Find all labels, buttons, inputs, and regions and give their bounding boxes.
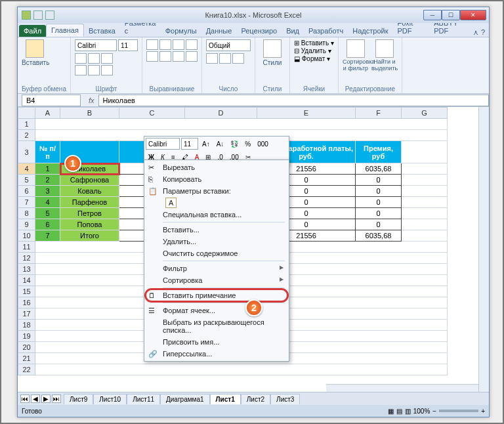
ctx-cut[interactable]: ✂Вырезать xyxy=(146,161,287,173)
ctx-paste-default[interactable]: A xyxy=(146,197,287,209)
close-button[interactable]: ✕ xyxy=(460,10,486,20)
comma-button[interactable] xyxy=(232,53,244,64)
ctx-hyperlink[interactable]: 🔗Гиперссылка... xyxy=(146,348,287,360)
save-icon[interactable] xyxy=(33,11,43,20)
tab-nav-first-icon[interactable]: ⏮ xyxy=(20,394,30,403)
mini-font-select[interactable]: Calibri xyxy=(146,138,180,150)
row-header[interactable]: 16 xyxy=(18,297,35,308)
align-top-button[interactable] xyxy=(146,39,158,50)
paste-button[interactable]: Вставить xyxy=(22,39,48,66)
align-right-button[interactable] xyxy=(173,51,184,62)
wrap-text-button[interactable] xyxy=(186,39,198,50)
ctx-format-cells[interactable]: ☰Формат ячеек... xyxy=(146,305,287,316)
cell[interactable]: 5 xyxy=(35,208,60,219)
mini-currency-icon[interactable]: 💱 xyxy=(228,138,241,150)
cell[interactable]: Итого xyxy=(60,230,119,242)
row-header[interactable]: 1 xyxy=(18,119,35,130)
row-header[interactable]: 12 xyxy=(18,253,35,264)
align-center-button[interactable] xyxy=(159,51,171,62)
undo-icon[interactable] xyxy=(45,11,54,20)
sheet-tab[interactable]: Лист3 xyxy=(270,394,300,404)
help-icon[interactable]: ? xyxy=(481,28,485,37)
tab-nav-prev-icon[interactable]: ◀ xyxy=(31,394,40,403)
bold-button[interactable] xyxy=(75,53,87,64)
name-box[interactable]: B4 xyxy=(22,95,81,106)
row-header[interactable]: 8 xyxy=(18,208,35,219)
col-header-C[interactable]: C xyxy=(119,108,185,119)
sheet-tab[interactable]: Лист9 xyxy=(64,394,93,404)
ctx-filter[interactable]: Фильтр xyxy=(146,263,287,274)
zoom-slider[interactable] xyxy=(439,410,478,412)
ctx-insert[interactable]: Вставить... xyxy=(146,224,287,236)
tab-home[interactable]: Главная xyxy=(46,24,84,37)
mini-shrink-font-icon[interactable]: A↓ xyxy=(214,138,227,150)
col-header-F[interactable]: F xyxy=(356,108,402,119)
cell[interactable]: 0 xyxy=(356,208,402,219)
tab-file[interactable]: Файл xyxy=(19,25,46,37)
cell[interactable]: 7 xyxy=(35,230,60,242)
cell[interactable]: Попова xyxy=(60,219,119,230)
row-header[interactable]: 4 xyxy=(18,163,35,175)
tab-view[interactable]: Вид xyxy=(282,25,304,37)
cell[interactable]: 0 xyxy=(356,219,402,230)
ctx-delete[interactable]: Удалить... xyxy=(146,236,287,247)
zoom-level[interactable]: 100% xyxy=(413,408,430,415)
border-button[interactable] xyxy=(75,65,87,75)
row-header[interactable]: 3 xyxy=(18,141,35,163)
ctx-sort[interactable]: Сортировка xyxy=(146,274,287,286)
cell[interactable]: Сафронова xyxy=(60,175,119,186)
row-header[interactable]: 7 xyxy=(18,197,35,208)
cells-delete-button[interactable]: ⊟ Удалить ▾ xyxy=(294,47,331,54)
row-header[interactable]: 18 xyxy=(18,320,35,331)
maximize-button[interactable]: ☐ xyxy=(442,10,460,20)
align-bottom-button[interactable] xyxy=(173,39,184,50)
col-header-A[interactable]: A xyxy=(35,108,60,119)
fx-icon[interactable]: fx xyxy=(85,96,98,104)
number-format-select[interactable]: Общий xyxy=(206,39,251,51)
cell[interactable]: Петров xyxy=(60,208,119,219)
ctx-paste-special[interactable]: Специальная вставка... xyxy=(146,209,287,221)
cell[interactable]: 6035,68 xyxy=(356,230,402,242)
row-header[interactable]: 5 xyxy=(18,175,35,186)
formula-input[interactable]: Николаев xyxy=(98,95,489,106)
row-header[interactable]: 20 xyxy=(18,342,35,353)
styles-button[interactable]: Стили xyxy=(259,39,285,66)
cell[interactable]: 0 xyxy=(356,197,402,208)
cells-insert-button[interactable]: ⊞ Вставить ▾ xyxy=(294,39,334,47)
row-header[interactable]: 17 xyxy=(18,308,35,320)
sheet-tab[interactable]: Лист11 xyxy=(127,394,160,404)
row-header[interactable]: 10 xyxy=(18,230,35,242)
merge-button[interactable] xyxy=(186,51,198,62)
currency-button[interactable] xyxy=(206,53,218,64)
tab-nav-next-icon[interactable]: ▶ xyxy=(41,394,51,403)
tab-formulas[interactable]: Формулы xyxy=(161,25,201,37)
row-header[interactable]: 6 xyxy=(18,186,35,197)
view-normal-icon[interactable]: ▦ xyxy=(388,408,394,415)
col-header-E[interactable]: E xyxy=(257,108,356,119)
view-layout-icon[interactable]: ▤ xyxy=(396,408,402,415)
zoom-out-button[interactable]: − xyxy=(432,408,436,415)
ctx-define-name[interactable]: Присвоить имя... xyxy=(146,336,287,348)
mini-percent-icon[interactable]: % xyxy=(242,138,253,150)
font-color-button[interactable] xyxy=(101,65,113,75)
select-all-button[interactable] xyxy=(18,108,35,119)
row-header[interactable]: 11 xyxy=(18,242,35,253)
col-header-G[interactable]: G xyxy=(402,108,448,119)
col-header-B[interactable]: B xyxy=(60,108,119,119)
fill-color-button[interactable] xyxy=(88,65,100,75)
tab-insert[interactable]: Вставка xyxy=(84,25,120,37)
col-header-D[interactable]: D xyxy=(185,108,257,119)
align-middle-button[interactable] xyxy=(159,39,171,50)
sheet-tab[interactable]: Диаграмма1 xyxy=(160,394,210,404)
underline-button[interactable] xyxy=(101,53,113,64)
row-header[interactable]: 22 xyxy=(18,364,35,375)
cell[interactable]: 3 xyxy=(35,186,60,197)
tab-data[interactable]: Данные xyxy=(201,25,237,37)
zoom-in-button[interactable]: + xyxy=(481,408,485,415)
row-header[interactable]: 2 xyxy=(18,130,35,141)
vertical-scrollbar[interactable] xyxy=(478,107,489,394)
row-header[interactable]: 15 xyxy=(18,286,35,297)
sheet-tab-active[interactable]: Лист1 xyxy=(210,394,241,404)
font-name-select[interactable]: Calibri xyxy=(75,39,117,51)
mini-grow-font-icon[interactable]: A↑ xyxy=(200,138,213,150)
